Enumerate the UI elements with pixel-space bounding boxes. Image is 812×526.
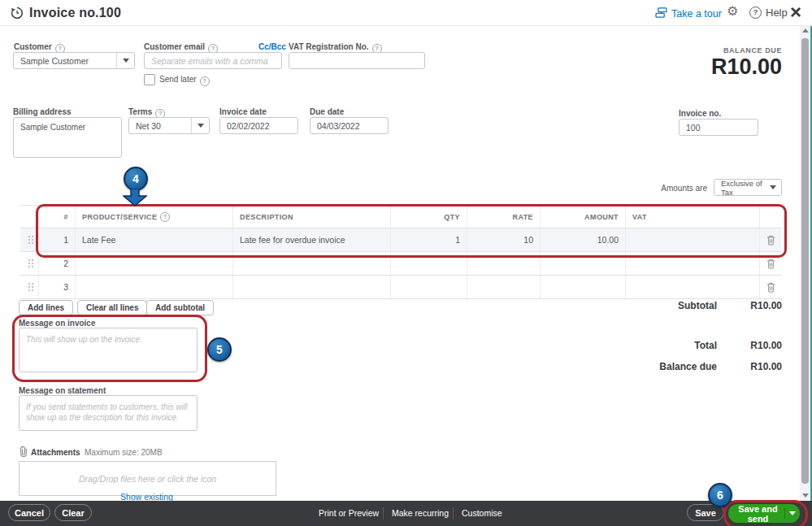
footer-divider bbox=[383, 507, 384, 519]
scrollbar-down-arrow-icon[interactable] bbox=[802, 493, 809, 498]
col-header-amount: AMOUNT bbox=[541, 206, 626, 228]
send-later-help-icon[interactable]: ? bbox=[200, 76, 210, 86]
product-cell[interactable] bbox=[76, 276, 233, 298]
rate-cell[interactable]: 10 bbox=[467, 228, 541, 251]
invoice-no-input[interactable]: 100 bbox=[679, 119, 758, 136]
description-cell[interactable] bbox=[233, 276, 391, 298]
balance-due-row: Balance due R10.00 bbox=[538, 361, 782, 372]
footer-divider bbox=[453, 507, 454, 519]
message-on-invoice-label: Message on invoice bbox=[19, 319, 95, 328]
invoice-date-input[interactable]: 02/02/2022 bbox=[219, 117, 298, 134]
balance-due-header-amount: R10.00 bbox=[711, 54, 782, 80]
add-subtotal-button[interactable]: Add subtotal bbox=[146, 300, 214, 315]
send-later-checkbox[interactable] bbox=[144, 74, 155, 85]
vat-cell[interactable] bbox=[626, 276, 760, 298]
product-cell[interactable] bbox=[76, 252, 233, 275]
message-on-invoice-textarea[interactable]: This will show up on the invoice. bbox=[19, 328, 198, 372]
scrollbar-thumb[interactable] bbox=[801, 38, 809, 484]
delete-row-icon[interactable] bbox=[760, 252, 782, 275]
terms-select[interactable]: Net 30 bbox=[128, 117, 210, 134]
table-row[interactable]: 2 bbox=[20, 252, 782, 276]
cancel-button[interactable]: Cancel bbox=[8, 504, 50, 521]
vat-cell[interactable] bbox=[626, 252, 760, 275]
description-cell[interactable] bbox=[233, 252, 391, 275]
save-and-send-caret[interactable] bbox=[785, 511, 800, 515]
save-and-send-button[interactable]: Save and send bbox=[728, 504, 800, 523]
gear-icon[interactable]: ⚙ bbox=[727, 3, 738, 19]
take-a-tour-button[interactable]: Take a tour bbox=[655, 7, 722, 21]
amounts-are-caret bbox=[770, 185, 776, 189]
close-icon[interactable]: × bbox=[790, 1, 801, 24]
help-button[interactable]: ? Help bbox=[749, 7, 788, 19]
row-number: 3 bbox=[39, 276, 76, 298]
description-cell[interactable]: Late fee for overdue invoice bbox=[233, 228, 391, 251]
line-items-table: # PRODUCT/SERVICE? DESCRIPTION QTY RATE … bbox=[20, 205, 782, 299]
billing-address-value: Sample Customer bbox=[20, 123, 85, 132]
customer-select[interactable]: Sample Customer bbox=[13, 52, 135, 69]
scrollbar-track[interactable] bbox=[800, 25, 810, 501]
balance-due-label: Balance due bbox=[538, 361, 717, 372]
drag-handle-icon[interactable] bbox=[20, 276, 39, 298]
billing-address-textarea[interactable]: Sample Customer bbox=[13, 117, 122, 158]
make-recurring-button[interactable]: Make recurring bbox=[392, 508, 449, 518]
table-header-row: # PRODUCT/SERVICE? DESCRIPTION QTY RATE … bbox=[20, 206, 782, 228]
row-number: 1 bbox=[39, 228, 76, 251]
qty-cell[interactable]: 1 bbox=[391, 228, 467, 251]
amounts-are-label: Amounts are bbox=[626, 184, 707, 193]
qty-cell[interactable] bbox=[391, 276, 467, 298]
clear-all-lines-button[interactable]: Clear all lines bbox=[77, 300, 147, 315]
delete-row-icon[interactable] bbox=[760, 276, 782, 298]
due-date-value: 04/03/2022 bbox=[317, 121, 360, 131]
amounts-are-value: Exclusive of Tax bbox=[721, 179, 766, 197]
col-header-vat: VAT bbox=[626, 206, 760, 228]
customer-email-input[interactable]: Separate emails with a comma bbox=[144, 52, 282, 69]
rate-cell[interactable] bbox=[467, 276, 541, 298]
subtotal-label: Subtotal bbox=[538, 300, 717, 311]
take-a-tour-label: Take a tour bbox=[671, 8, 722, 20]
amount-cell[interactable]: 10.00 bbox=[541, 228, 626, 251]
clear-button[interactable]: Clear bbox=[54, 504, 92, 521]
product-help-icon[interactable]: ? bbox=[160, 212, 170, 222]
save-button[interactable]: Save bbox=[687, 504, 724, 521]
amount-cell[interactable] bbox=[541, 276, 626, 298]
col-header-number: # bbox=[39, 206, 76, 228]
vat-input[interactable] bbox=[289, 52, 425, 69]
attachments-label: Attachments bbox=[31, 448, 80, 457]
qty-cell[interactable] bbox=[391, 252, 467, 275]
dropzone-placeholder: Drag/Drop files here or click the icon bbox=[79, 474, 216, 484]
drag-handle-icon[interactable] bbox=[20, 252, 39, 275]
message-on-statement-label: Message on statement bbox=[19, 386, 106, 395]
total-label: Total bbox=[538, 340, 717, 351]
attachments-dropzone[interactable]: Drag/Drop files here or click the icon bbox=[19, 461, 276, 496]
message-on-statement-placeholder: If you send statements to customers, thi… bbox=[26, 402, 190, 423]
amounts-are-select[interactable]: Exclusive of Tax bbox=[714, 179, 782, 196]
cc-bcc-link[interactable]: Cc/Bcc bbox=[258, 42, 286, 51]
delete-row-icon[interactable] bbox=[760, 228, 782, 251]
add-lines-button[interactable]: Add lines bbox=[19, 300, 73, 315]
page-title: Invoice no.100 bbox=[29, 6, 121, 20]
paperclip-icon bbox=[20, 446, 28, 461]
scrollbar-up-arrow-icon[interactable] bbox=[802, 28, 809, 33]
col-header-rate: RATE bbox=[467, 206, 541, 228]
email-placeholder: Separate emails with a comma bbox=[151, 56, 268, 66]
due-date-input[interactable]: 04/03/2022 bbox=[310, 117, 389, 134]
amount-cell[interactable] bbox=[541, 252, 626, 275]
drag-handle-icon[interactable] bbox=[20, 228, 39, 251]
print-or-preview-button[interactable]: Print or Preview bbox=[319, 508, 379, 518]
total-value: R10.00 bbox=[717, 340, 782, 351]
balance-due-header-label: BALANCE DUE bbox=[723, 46, 782, 54]
table-row[interactable]: 3 bbox=[20, 276, 782, 299]
due-date-label: Due date bbox=[310, 107, 344, 116]
customer-select-caret[interactable] bbox=[116, 53, 134, 68]
col-header-qty: QTY bbox=[391, 206, 467, 228]
customise-button[interactable]: Customise bbox=[462, 508, 502, 518]
rate-cell[interactable] bbox=[467, 252, 541, 275]
vat-cell[interactable] bbox=[626, 228, 760, 251]
terms-select-caret[interactable] bbox=[191, 118, 209, 133]
chevron-down-icon bbox=[789, 511, 796, 515]
balance-due-value: R10.00 bbox=[717, 361, 782, 372]
help-label: Help bbox=[766, 7, 788, 19]
product-cell[interactable]: Late Fee bbox=[76, 228, 233, 251]
table-row[interactable]: 1 Late Fee Late fee for overdue invoice … bbox=[20, 228, 782, 252]
message-on-statement-textarea[interactable]: If you send statements to customers, thi… bbox=[19, 395, 198, 431]
